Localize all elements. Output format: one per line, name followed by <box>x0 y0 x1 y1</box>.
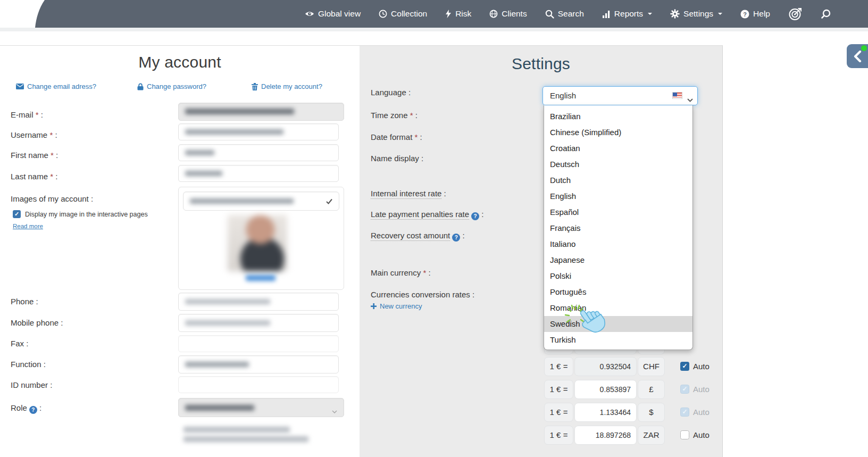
rate-input[interactable]: 18.897268 <box>574 426 637 445</box>
language-option-turkish[interactable]: Turkish <box>544 332 692 348</box>
field-label-email: E-mail * : <box>11 110 43 119</box>
change-email-link[interactable]: Change email adress? <box>16 82 96 90</box>
language-option-polski[interactable]: Polski <box>544 268 692 284</box>
auto-label: Auto <box>693 403 710 422</box>
envelope-icon <box>16 84 24 89</box>
language-option-brazilian[interactable]: Brazilian <box>544 109 692 124</box>
auto-checkbox-usd <box>680 408 689 417</box>
nav-risk[interactable]: Risk <box>445 9 471 19</box>
nav-reports[interactable]: Reports <box>602 9 652 19</box>
mobile-phone-field[interactable] <box>178 314 339 332</box>
username-field[interactable] <box>178 123 339 140</box>
field-label-function: Function : <box>11 360 46 369</box>
link-label: New currency <box>380 302 422 310</box>
field-label-username: Username * : <box>11 130 57 139</box>
account-image-card <box>178 187 344 290</box>
language-option-espanol[interactable]: Español <box>544 204 692 220</box>
quick-search-button[interactable] <box>821 9 831 19</box>
language-dropdown: Brazilian Chinese (Simplified) Croatian … <box>544 105 693 350</box>
nav-label: Collection <box>391 9 427 19</box>
eye-icon <box>305 11 314 17</box>
language-option-chinese[interactable]: Chinese (Simplified) <box>544 124 692 140</box>
app-window: Global view Collection Risk Clients Sear… <box>0 0 868 457</box>
help-icon[interactable] <box>471 212 479 220</box>
chevron-down-icon <box>687 95 693 104</box>
language-option-swedish[interactable]: Swedish <box>544 316 692 332</box>
nav-settings[interactable]: Settings <box>670 9 722 19</box>
change-password-link[interactable]: Change password? <box>137 82 206 90</box>
nav-clients[interactable]: Clients <box>489 9 527 19</box>
language-option-romanian[interactable]: Romanian <box>544 300 692 316</box>
language-option-croatian[interactable]: Croatian <box>544 140 692 156</box>
chevron-down-icon <box>648 13 652 15</box>
currency-row-gbp: 1 € = 0.853897 £ <box>544 380 665 399</box>
side-panel-toggle[interactable] <box>847 44 868 68</box>
read-more-link[interactable]: Read more <box>13 223 43 229</box>
bolt-icon <box>445 10 452 18</box>
delete-account-link[interactable]: Delete my account? <box>252 82 322 90</box>
language-option-japanese[interactable]: Japanese <box>544 252 692 268</box>
help-icon[interactable] <box>29 406 37 414</box>
help-icon[interactable] <box>452 234 460 242</box>
field-label-fax: Fax : <box>11 339 28 348</box>
link-label: Change email adress? <box>27 82 96 90</box>
chevron-down-icon <box>332 406 337 416</box>
rate-prefix: 1 € = <box>544 403 573 422</box>
help-icon: ? <box>740 10 749 19</box>
field-label-phone: Phone : <box>11 297 38 306</box>
rate-prefix: 1 € = <box>544 357 573 376</box>
language-select[interactable]: English <box>542 86 698 105</box>
currency-row-usd: 1 € = 1.133464 $ <box>544 403 665 422</box>
rate-input[interactable]: 0.932504 <box>574 357 637 376</box>
currency-code: $ <box>638 403 665 422</box>
display-image-checkbox[interactable] <box>13 210 21 218</box>
link-label: Change password? <box>147 82 206 90</box>
id-number-field[interactable] <box>178 376 339 393</box>
nav-help[interactable]: ? Help <box>740 9 770 19</box>
field-label-lastname: Last name * : <box>11 172 57 181</box>
globe-icon <box>489 10 498 18</box>
account-image-select[interactable] <box>183 192 339 211</box>
email-field[interactable] <box>178 103 344 121</box>
my-account-panel: My account Change email adress? Change p… <box>0 45 360 457</box>
nav-search[interactable]: Search <box>545 9 584 19</box>
currency-code: CHF <box>638 357 665 376</box>
phone-field[interactable] <box>178 293 339 311</box>
language-option-deutsch[interactable]: Deutsch <box>544 156 692 172</box>
language-option-portugues[interactable]: Português <box>544 284 692 300</box>
nav-global-view[interactable]: Global view <box>305 9 361 19</box>
photo-action-link[interactable] <box>246 275 276 281</box>
auto-checkbox-chf[interactable] <box>680 362 689 371</box>
language-option-english[interactable]: English <box>544 188 692 204</box>
field-label-role: Role : <box>11 403 41 414</box>
link-label: Delete my account? <box>261 82 322 90</box>
new-currency-link[interactable]: New currency <box>371 302 422 310</box>
fax-field[interactable] <box>178 335 339 352</box>
role-note-line <box>183 427 290 433</box>
chevron-left-icon <box>853 51 862 64</box>
magnifier-icon <box>821 9 831 19</box>
brand-target-icon[interactable] <box>788 7 803 21</box>
language-option-dutch[interactable]: Dutch <box>544 172 692 188</box>
nav-collection[interactable]: Collection <box>379 9 427 19</box>
field-label-firstname: First name * : <box>11 151 58 160</box>
rate-input[interactable]: 0.853897 <box>574 380 637 399</box>
breadcrumb-strip <box>0 28 868 31</box>
chevron-down-icon <box>718 13 722 15</box>
firstname-field[interactable] <box>178 144 339 161</box>
nav-label: Settings <box>683 9 713 19</box>
auto-checkbox-zar[interactable] <box>680 430 689 439</box>
role-select[interactable] <box>178 398 344 417</box>
field-label-images: Images of my account : <box>11 194 93 203</box>
language-option-francais[interactable]: Français <box>544 220 692 236</box>
auto-checkbox-gbp <box>680 385 689 394</box>
function-field[interactable] <box>178 355 339 373</box>
nav-label: Reports <box>614 9 643 19</box>
rate-input[interactable]: 1.133464 <box>574 403 637 422</box>
field-label-idnumber: ID number : <box>11 380 52 389</box>
setting-label-main-currency: Main currency * : <box>371 268 431 277</box>
setting-label-language: Language : <box>371 88 411 97</box>
logo-curve <box>0 0 51 28</box>
language-option-italiano[interactable]: Italiano <box>544 236 692 252</box>
lastname-field[interactable] <box>178 165 339 182</box>
